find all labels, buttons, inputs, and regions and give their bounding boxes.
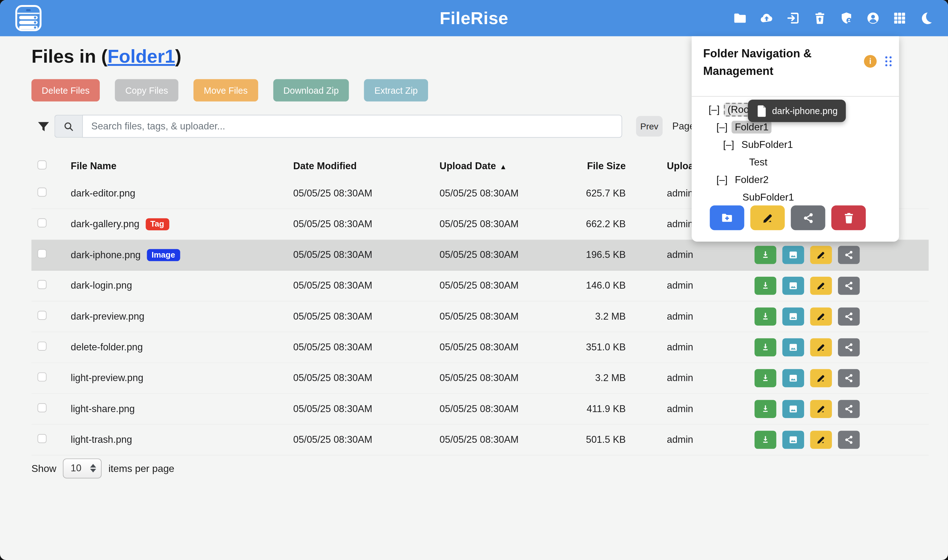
- rename-folder-button[interactable]: [751, 205, 785, 230]
- current-folder-link[interactable]: Folder1: [108, 46, 175, 67]
- share-button[interactable]: [838, 369, 860, 387]
- row-checkbox[interactable]: [38, 188, 47, 197]
- preview-image-button[interactable]: [782, 400, 804, 418]
- file-size: 625.7 KB: [586, 188, 626, 199]
- date-modified: 05/05/25 08:30AM: [293, 434, 372, 445]
- download-button[interactable]: [755, 308, 776, 326]
- rename-button[interactable]: [810, 431, 832, 449]
- move-files-button[interactable]: Move Files: [193, 79, 258, 102]
- rename-button[interactable]: [810, 246, 832, 264]
- share-button[interactable]: [838, 246, 860, 264]
- download-button[interactable]: [755, 400, 776, 418]
- share-button[interactable]: [838, 308, 860, 326]
- row-checkbox[interactable]: [38, 218, 47, 228]
- share-button[interactable]: [838, 431, 860, 449]
- image-icon: [788, 434, 799, 445]
- file-name: dark-iphone.png: [71, 249, 141, 260]
- row-checkbox[interactable]: [38, 249, 47, 258]
- extract-zip-button[interactable]: Extract Zip: [364, 79, 428, 102]
- download-button[interactable]: [755, 431, 776, 449]
- uploader: admin: [667, 372, 694, 383]
- preview-image-button[interactable]: [782, 338, 804, 357]
- row-checkbox[interactable]: [38, 342, 47, 351]
- copy-files-button[interactable]: Copy Files: [115, 79, 179, 102]
- header-date-modified[interactable]: Date Modified: [293, 161, 356, 172]
- share-folder-button[interactable]: [791, 205, 825, 230]
- download-icon: [760, 280, 771, 291]
- table-row[interactable]: delete-folder.png 05/05/25 08:30AM 05/05…: [31, 332, 929, 363]
- row-checkbox[interactable]: [38, 280, 47, 289]
- tree-toggle[interactable]: [–]: [717, 121, 728, 133]
- tree-label[interactable]: Folder1: [732, 121, 771, 134]
- preview-image-button[interactable]: [782, 277, 804, 295]
- account-icon[interactable]: [866, 11, 880, 25]
- tree-label[interactable]: Folder2: [732, 173, 771, 186]
- table-row[interactable]: dark-iphone.png Image 05/05/25 08:30AM 0…: [31, 240, 929, 271]
- create-folder-button[interactable]: [710, 205, 744, 230]
- table-row[interactable]: light-share.png 05/05/25 08:30AM 05/05/2…: [31, 394, 929, 425]
- file-size: 501.5 KB: [586, 434, 626, 445]
- table-row[interactable]: light-trash.png 05/05/25 08:30AM 05/05/2…: [31, 425, 929, 455]
- download-button[interactable]: [755, 369, 776, 387]
- tree-item-test[interactable]: Test: [742, 154, 899, 171]
- row-actions: [755, 400, 860, 418]
- folder-navigation-panel: Folder Navigation & Management i [–](Roo…: [692, 36, 899, 242]
- dark-mode-icon[interactable]: [919, 11, 933, 25]
- tree-item-subfolder1b[interactable]: SubFolder1: [735, 188, 899, 206]
- download-button[interactable]: [755, 277, 776, 295]
- search-input[interactable]: [82, 115, 622, 138]
- preview-image-button[interactable]: [782, 431, 804, 449]
- share-button[interactable]: [838, 277, 860, 295]
- row-checkbox[interactable]: [38, 434, 47, 443]
- delete-files-button[interactable]: Delete Files: [31, 79, 100, 102]
- table-row[interactable]: light-preview.png 05/05/25 08:30AM 05/05…: [31, 363, 929, 394]
- preview-image-button[interactable]: [782, 369, 804, 387]
- rename-button[interactable]: [810, 338, 832, 357]
- tree-toggle[interactable]: [–]: [717, 174, 728, 186]
- tree-item-folder2[interactable]: [–]Folder2: [717, 171, 899, 189]
- spinner-arrows-icon[interactable]: [88, 464, 98, 472]
- rename-button[interactable]: [810, 400, 832, 418]
- row-checkbox[interactable]: [38, 311, 47, 320]
- restore-trash-icon[interactable]: [812, 11, 827, 25]
- row-checkbox[interactable]: [38, 403, 47, 412]
- filter-icon[interactable]: [36, 120, 51, 134]
- row-checkbox[interactable]: [38, 372, 47, 382]
- apps-grid-icon[interactable]: [893, 11, 907, 25]
- row-actions: [755, 369, 860, 387]
- tree-label[interactable]: SubFolder1: [738, 138, 796, 151]
- tree-item-subfolder1[interactable]: [–]SubFolder1: [723, 136, 899, 154]
- rename-button[interactable]: [810, 308, 832, 326]
- drag-handle-icon[interactable]: [885, 55, 893, 67]
- rename-button[interactable]: [810, 369, 832, 387]
- preview-image-button[interactable]: [782, 308, 804, 326]
- items-per-page-select[interactable]: 10: [63, 458, 102, 478]
- table-row[interactable]: dark-login.png 05/05/25 08:30AM 05/05/25…: [31, 271, 929, 302]
- tree-toggle[interactable]: [–]: [709, 104, 720, 115]
- admin-shield-icon[interactable]: [839, 11, 854, 25]
- download-zip-button[interactable]: Download Zip: [273, 79, 349, 102]
- delete-folder-button[interactable]: [831, 205, 866, 230]
- table-row[interactable]: dark-preview.png 05/05/25 08:30AM 05/05/…: [31, 302, 929, 332]
- cloud-upload-icon[interactable]: [759, 11, 774, 25]
- share-icon: [843, 311, 854, 322]
- search-group: [55, 115, 622, 138]
- share-button[interactable]: [838, 338, 860, 357]
- tree-toggle[interactable]: [–]: [723, 139, 734, 151]
- prev-page-button[interactable]: Prev: [636, 116, 663, 137]
- tree-label[interactable]: Test: [746, 156, 771, 168]
- download-button[interactable]: [755, 246, 776, 264]
- pencil-icon: [815, 249, 827, 260]
- select-all-checkbox[interactable]: [38, 160, 47, 169]
- tree-label[interactable]: SubFolder1: [740, 191, 797, 203]
- info-icon[interactable]: i: [864, 55, 877, 68]
- share-button[interactable]: [838, 400, 860, 418]
- folder-icon[interactable]: [733, 11, 747, 25]
- rename-button[interactable]: [810, 277, 832, 295]
- header-file-name[interactable]: File Name: [71, 161, 117, 172]
- download-button[interactable]: [755, 338, 776, 357]
- preview-image-button[interactable]: [782, 246, 804, 264]
- header-upload-date[interactable]: Upload Date▲: [440, 161, 507, 172]
- header-file-size[interactable]: File Size: [587, 161, 626, 172]
- login-icon[interactable]: [786, 11, 800, 25]
